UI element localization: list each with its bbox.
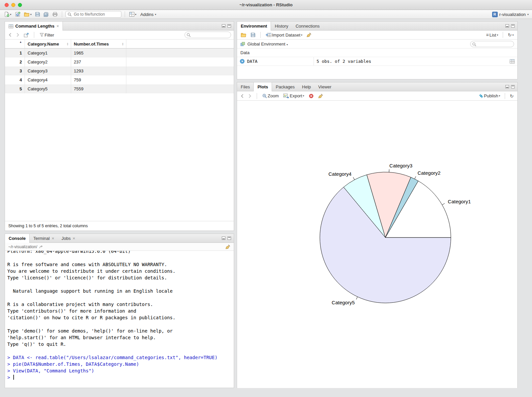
list-icon: ≡ [486,32,489,38]
tab-connections[interactable]: Connections [292,22,323,30]
refresh-environment-button[interactable]: ↻ ▾ [507,32,515,38]
table-row[interactable]: 2Category2237 [5,57,234,66]
console-output-line: Platform: x86_64-apple-darwin15.6.0 (64-… [7,251,234,254]
table-row[interactable]: 5Category57559 [5,84,234,93]
close-button[interactable] [5,3,9,7]
tab-plots[interactable]: Plots [253,82,272,91]
export-plot-button[interactable]: Export ▾ [282,93,305,99]
export-label: Export [290,93,302,98]
save-icon [251,33,255,37]
new-file-button[interactable]: ▾ [3,11,12,18]
table-row[interactable]: 1Category11965 [5,49,234,57]
tab-console[interactable]: Console [5,234,30,243]
broom-icon [318,94,323,98]
minimize-pane-icon[interactable] [505,24,509,28]
save-all-button[interactable] [43,11,50,18]
tab-jobs[interactable]: Jobs × [58,234,79,243]
pie-chart: Category1Category2Category3Category4Cate… [237,101,517,388]
refresh-plot-button[interactable]: ↻ [509,93,515,99]
project-selector[interactable]: R r-visualization ▾ [492,12,529,17]
tab-viewer[interactable]: Viewer [315,82,335,91]
close-tab-icon[interactable]: × [72,236,75,241]
console-output-line: 'citation()' on how to cite R or R packa… [7,314,234,321]
clear-environment-button[interactable] [306,32,313,38]
pie-label-category3: Category3 [389,163,412,168]
tab-environment[interactable]: Environment [237,22,271,31]
console-cursor[interactable] [13,375,14,380]
new-file-icon [4,12,9,17]
maximize-pane-icon[interactable] [227,24,231,28]
minimize-pane-icon[interactable] [222,24,225,28]
table-search-input[interactable] [185,32,231,38]
next-plot-button[interactable] [247,93,252,99]
publish-label: Publish [484,93,498,98]
print-button[interactable] [52,11,59,17]
clear-all-plots-button[interactable] [317,93,324,99]
forward-button[interactable] [15,32,20,38]
maximize-pane-icon[interactable] [511,24,515,28]
table-row[interactable]: 4Category4759 [5,75,234,84]
row-number-header[interactable]: ▲ [5,40,25,48]
open-file-button[interactable]: ▾ [23,11,33,17]
minimize-button[interactable] [11,3,15,7]
zoom-plot-button[interactable]: Zoom [261,93,280,99]
remove-plot-button[interactable] [308,93,315,99]
column-header-category-name[interactable]: Category.Name ▴▾ [25,40,71,48]
go-to-directory-icon[interactable] [39,245,43,248]
minimize-pane-icon[interactable] [505,85,509,88]
load-workspace-button[interactable] [240,32,247,38]
column-header-number-of-times[interactable]: Number.of.Times ▴▾ [71,40,126,48]
filter-button[interactable]: Filter [39,32,55,38]
minimize-pane-icon[interactable] [222,237,225,240]
new-project-button[interactable]: R [14,11,21,18]
r-project-icon: R [492,12,498,17]
chevron-down-icon: ▾ [135,13,136,16]
clear-console-button[interactable] [225,245,230,249]
tab-command-lengths[interactable]: Command Lengths × [5,22,63,31]
show-in-new-window-button[interactable] [23,32,30,38]
view-object-button[interactable] [510,59,515,63]
traffic-lights [0,3,22,7]
environment-scope-bar: Global Environment ▾ [237,40,517,49]
table-row[interactable]: 3Category31293 [5,66,234,75]
tab-packages[interactable]: Packages [272,82,298,91]
working-directory[interactable]: ~/r-visualization/ [8,245,37,249]
close-tab-icon[interactable]: × [52,236,54,241]
data-viewer-toolbar: Filter [5,31,234,40]
back-button[interactable] [8,32,13,38]
import-dataset-button[interactable]: Import Dataset ▾ [265,32,303,38]
tab-history[interactable]: History [271,22,292,30]
print-icon [53,12,58,17]
close-tab-icon[interactable]: × [57,24,59,29]
publish-button[interactable]: Publish ▾ [478,93,501,99]
save-workspace-button[interactable] [250,32,256,38]
search-icon [67,12,72,17]
console-output-line [7,294,234,301]
scope-selector[interactable]: Global Environment ▾ [247,42,288,47]
addins-menu[interactable]: Addins ▾ [139,11,158,18]
goto-file-input[interactable] [66,11,121,18]
tab-terminal[interactable]: Terminal × [30,234,58,243]
expand-object-icon[interactable] [240,59,245,64]
zoom-button[interactable] [18,3,22,7]
console-command-line: > pie(DATA$Number.of.Times, DATA$Categor… [7,361,234,367]
previous-plot-button[interactable] [240,93,245,99]
cell-category-name: Category1 [25,49,71,57]
console-output[interactable]: Platform: x86_64-apple-darwin15.6.0 (64-… [5,251,234,388]
tab-help[interactable]: Help [298,82,315,91]
tab-files[interactable]: Files [237,82,253,91]
tab-label: History [275,24,288,29]
rstudio-window: ~/r-visualization - RStudio ▾ R ▾ [0,0,532,397]
save-button[interactable] [34,11,41,17]
back-arrow-icon [9,33,12,37]
plots-tabbar: Files Plots Packages Help Viewer [237,82,517,91]
maximize-pane-icon[interactable] [227,237,231,240]
environment-search-input[interactable] [470,41,514,47]
maximize-pane-icon[interactable] [511,85,515,88]
row-number: 3 [5,66,25,75]
environment-object-row[interactable]: DATA 5 obs. of 2 variables [237,57,517,66]
list-view-button[interactable]: ≡ List ▾ [485,32,499,38]
chevron-down-icon: ▾ [527,13,529,16]
workspace-panes-button[interactable]: ▾ [128,11,137,17]
tab-label: Console [9,236,26,241]
